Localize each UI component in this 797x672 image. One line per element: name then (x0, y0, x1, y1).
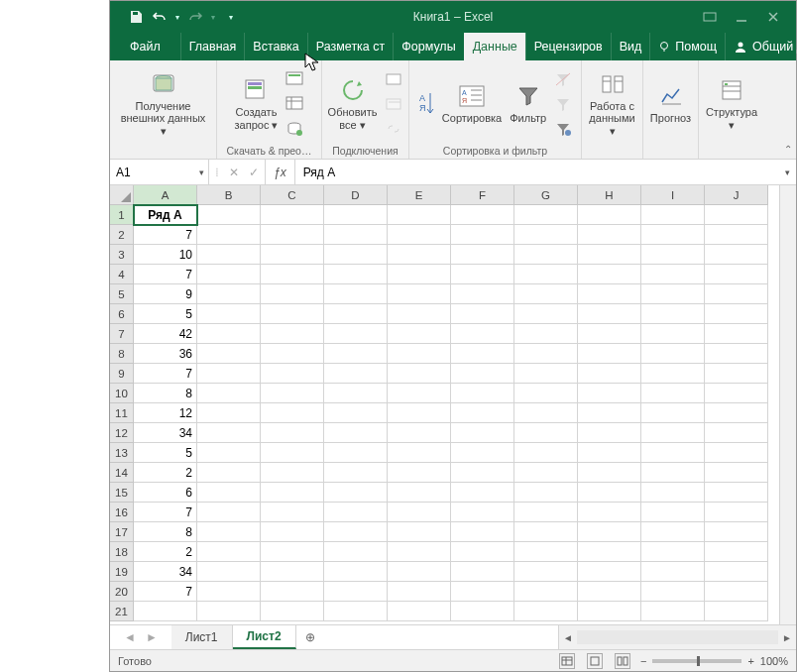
cell[interactable] (261, 225, 324, 245)
cell[interactable]: 8 (134, 522, 197, 542)
cell[interactable] (388, 284, 451, 304)
cell[interactable] (388, 463, 451, 483)
cell[interactable] (578, 562, 641, 582)
cell[interactable] (578, 284, 641, 304)
reapply-filter-icon[interactable] (552, 93, 574, 115)
cell[interactable] (705, 423, 768, 443)
row-header[interactable]: 9 (110, 364, 134, 384)
row-header[interactable]: 6 (110, 304, 134, 324)
cell[interactable] (324, 245, 388, 265)
cell[interactable] (641, 205, 705, 225)
cell[interactable]: 34 (134, 423, 197, 443)
cell[interactable] (514, 562, 578, 582)
cell[interactable] (514, 403, 578, 423)
cell[interactable] (641, 344, 705, 364)
tab-layout[interactable]: Разметка ст (307, 33, 393, 60)
undo-icon[interactable] (152, 9, 168, 25)
cell[interactable] (578, 344, 641, 364)
enter-formula-icon[interactable]: ✓ (249, 166, 259, 179)
cell[interactable]: 5 (134, 443, 197, 463)
cell[interactable] (514, 324, 578, 344)
show-queries-icon[interactable] (284, 68, 305, 90)
row-header[interactable]: 8 (110, 344, 134, 364)
cell[interactable] (578, 225, 641, 245)
undo-dropdown[interactable]: ▾ (175, 13, 179, 22)
cell[interactable] (261, 245, 324, 265)
cell[interactable] (261, 403, 324, 423)
cell[interactable] (197, 384, 261, 403)
get-external-data-button[interactable]: Получение внешних данных ▾ (116, 68, 210, 140)
ribbon-display-icon[interactable] (703, 10, 717, 24)
cell[interactable] (261, 304, 324, 324)
cell[interactable] (197, 284, 261, 304)
row-header[interactable]: 14 (110, 463, 134, 483)
cell[interactable] (261, 582, 324, 602)
cell[interactable] (705, 225, 768, 245)
cell[interactable] (641, 483, 705, 503)
normal-view-icon[interactable] (559, 653, 575, 669)
sheet-next-icon[interactable]: ► (146, 630, 158, 644)
cell[interactable] (388, 602, 451, 621)
cell[interactable] (705, 344, 768, 364)
cell[interactable] (261, 324, 324, 344)
cell[interactable] (197, 364, 261, 384)
column-header[interactable]: I (641, 185, 705, 205)
cell[interactable] (388, 503, 451, 522)
cell[interactable] (451, 483, 514, 503)
share-button[interactable]: Общий доступ (725, 33, 797, 60)
cell[interactable] (324, 403, 388, 423)
cell[interactable] (197, 245, 261, 265)
cell[interactable] (261, 562, 324, 582)
cell[interactable] (261, 522, 324, 542)
cell[interactable] (514, 522, 578, 542)
column-header[interactable]: A (134, 185, 197, 205)
cell[interactable] (261, 463, 324, 483)
cell[interactable] (514, 602, 578, 621)
cell[interactable] (705, 582, 768, 602)
cell[interactable] (451, 423, 514, 443)
cell[interactable] (451, 344, 514, 364)
from-table-icon[interactable] (284, 93, 305, 115)
cell[interactable] (324, 284, 388, 304)
cell[interactable]: 7 (134, 503, 197, 522)
create-query-button[interactable]: Создать запрос ▾ (233, 74, 281, 133)
cell[interactable] (578, 205, 641, 225)
cell[interactable] (514, 225, 578, 245)
cell[interactable] (514, 304, 578, 324)
redo-dropdown[interactable]: ▾ (211, 13, 215, 22)
cell[interactable] (705, 443, 768, 463)
cell[interactable] (451, 245, 514, 265)
cell[interactable] (324, 542, 388, 562)
collapse-ribbon-icon[interactable]: ⌃ (784, 144, 792, 155)
cell[interactable] (514, 582, 578, 602)
column-header[interactable]: D (324, 185, 388, 205)
tab-insert[interactable]: Вставка (244, 33, 306, 60)
row-header[interactable]: 11 (110, 403, 134, 423)
cell[interactable] (324, 483, 388, 503)
cell[interactable] (451, 364, 514, 384)
cell[interactable] (324, 463, 388, 483)
cell[interactable] (388, 205, 451, 225)
cell[interactable] (705, 602, 768, 621)
cell[interactable] (324, 443, 388, 463)
data-tools-button[interactable]: Работа с данными ▾ (587, 68, 636, 140)
row-header[interactable]: 17 (110, 522, 134, 542)
cell[interactable] (514, 423, 578, 443)
cell[interactable] (388, 304, 451, 324)
cell[interactable] (197, 562, 261, 582)
cell[interactable] (388, 384, 451, 403)
cell[interactable] (578, 324, 641, 344)
row-header[interactable]: 3 (110, 245, 134, 265)
name-box[interactable]: A1 ▾ (110, 160, 209, 184)
sheet-prev-icon[interactable]: ◄ (124, 630, 136, 644)
cell[interactable] (197, 483, 261, 503)
forecast-button[interactable]: Прогноз (648, 80, 693, 127)
cell[interactable] (705, 205, 768, 225)
cell[interactable] (197, 582, 261, 602)
advanced-filter-icon[interactable] (552, 118, 574, 140)
cell[interactable] (197, 542, 261, 562)
cell[interactable] (578, 384, 641, 403)
cell[interactable] (641, 384, 705, 403)
row-header[interactable]: 20 (110, 582, 134, 602)
cell[interactable] (451, 265, 514, 284)
